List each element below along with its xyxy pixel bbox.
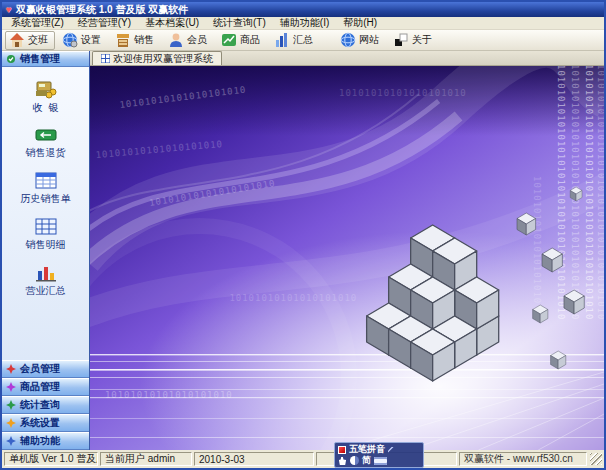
app-window: ♥ 双赢收银管理系统 1.0 普及版 双赢软件 系统管理(Z) 经营管理(Y) … <box>0 0 606 470</box>
sidebar-item-sales-return[interactable]: 销售退货 <box>2 121 89 166</box>
goods-group-icon <box>6 382 16 392</box>
history-orders-icon <box>34 171 58 190</box>
menu-archives[interactable]: 基本档案(U) <box>138 16 206 30</box>
sidebar-item-sales-detail[interactable]: 销售明细 <box>2 212 89 258</box>
about-icon <box>393 32 409 48</box>
statusbar: 单机版 Ver 1.0 普及版 当前用户 admin 2010-3-03 双赢软… <box>2 450 604 468</box>
sidebar-item-list: 收 银 销售退货 历史销售单 销售明细 营业汇总 <box>2 67 89 360</box>
desktop-canvas: 10101010101010101010 1010101010101010101… <box>90 66 604 450</box>
settings-group-icon <box>6 418 16 428</box>
menubar: 系统管理(Z) 经营管理(Y) 基本档案(U) 统计查询(T) 辅助功能(I) … <box>2 17 604 30</box>
sidebar-group-goods[interactable]: 商品管理 <box>2 378 89 396</box>
app-heart-icon: ♥ <box>6 5 12 15</box>
wallpaper-art: 10101010101010101010 1010101010101010101… <box>90 66 604 450</box>
menu-system[interactable]: 系统管理(Z) <box>4 16 71 30</box>
register-icon <box>115 32 131 48</box>
toolbar-website-button[interactable]: 网站 <box>336 31 386 50</box>
toolbar-goods-button[interactable]: 商品 <box>217 31 267 50</box>
ime-pen-icon[interactable] <box>388 447 394 453</box>
sidebar-group-sales[interactable]: 销售管理 <box>2 51 89 67</box>
tab-welcome[interactable]: 欢迎使用双赢管理系统 <box>92 51 222 65</box>
members-group-icon <box>6 364 16 374</box>
sales-detail-icon <box>34 217 58 236</box>
toolbar-summary-button[interactable]: 汇总 <box>270 31 320 50</box>
menu-auxiliary[interactable]: 辅助功能(I) <box>273 16 336 30</box>
chart-icon <box>274 32 290 48</box>
svg-text:101010101010101010101010101010: 1010101010101010101010101010101010101010 <box>596 66 604 320</box>
svg-text:10101010101010101010: 10101010101010101010 <box>105 390 233 400</box>
ime-hand-icon[interactable] <box>338 456 347 465</box>
toolbar-shift-button[interactable]: 交班 <box>5 31 55 50</box>
sidebar-group-settings[interactable]: 系统设置 <box>2 414 89 432</box>
status-date: 2010-3-03 <box>194 452 314 466</box>
sidebar: 销售管理 收 银 销售退货 历史销售单 销售明细 <box>2 51 90 450</box>
sales-return-icon <box>34 126 58 144</box>
window-body: 销售管理 收 银 销售退货 历史销售单 销售明细 <box>2 51 604 450</box>
member-icon <box>168 32 184 48</box>
sales-group-icon <box>6 54 16 64</box>
settings-globe-icon <box>62 32 78 48</box>
titlebar[interactable]: ♥ 双赢收银管理系统 1.0 普及版 双赢软件 <box>2 2 604 17</box>
svg-text:101010101010101010101010101010: 1010101010101010101010101010101010101010 <box>584 66 594 320</box>
sidebar-item-business-summary[interactable]: 营业汇总 <box>2 258 89 304</box>
toolbar-member-button[interactable]: 会员 <box>164 31 214 50</box>
svg-text:10101010101010101010: 10101010101010101010 <box>339 88 467 98</box>
cashier-icon <box>34 79 58 99</box>
ime-logo-icon[interactable] <box>338 446 346 454</box>
goods-icon <box>221 32 237 48</box>
menu-business[interactable]: 经营管理(Y) <box>71 16 138 30</box>
ime-toolbar[interactable]: 五笔拼音 简 <box>334 442 424 468</box>
sidebar-item-history-orders[interactable]: 历史销售单 <box>2 166 89 212</box>
main-area: 欢迎使用双赢管理系统 <box>90 51 604 450</box>
sidebar-group-auxiliary[interactable]: 辅助功能 <box>2 432 89 450</box>
globe-icon <box>340 32 356 48</box>
sidebar-group-members[interactable]: 会员管理 <box>2 360 89 378</box>
resize-grip[interactable] <box>590 453 602 465</box>
toolbar-about-button[interactable]: 关于 <box>389 31 439 50</box>
tabbar: 欢迎使用双赢管理系统 <box>90 51 604 66</box>
toolbar-settings-button[interactable]: 设置 <box>58 31 108 50</box>
svg-text:10101010101010101010: 10101010101010101010 <box>532 176 542 304</box>
ime-moon-icon[interactable] <box>350 456 359 465</box>
sidebar-item-cashier[interactable]: 收 银 <box>2 74 89 121</box>
window-title: 双赢收银管理系统 1.0 普及版 双赢软件 <box>16 3 188 17</box>
tab-grid-icon <box>101 54 110 63</box>
auxiliary-group-icon <box>6 436 16 446</box>
svg-text:101010101010101010101010101010: 1010101010101010101010101010101010101010 <box>556 66 566 320</box>
ime-simplified-toggle[interactable]: 简 <box>362 456 371 465</box>
sidebar-group-statistics[interactable]: 统计查询 <box>2 396 89 414</box>
business-summary-icon <box>34 263 58 282</box>
menu-help[interactable]: 帮助(H) <box>336 16 384 30</box>
menu-statistics[interactable]: 统计查询(T) <box>206 16 273 30</box>
statistics-group-icon <box>6 400 16 410</box>
status-current-user: 当前用户 admin <box>100 452 192 466</box>
toolbar-sales-button[interactable]: 销售 <box>111 31 161 50</box>
home-icon <box>9 32 25 48</box>
svg-text:10101010101010101010: 10101010101010101010 <box>229 293 357 303</box>
toolbar: 交班 设置 销售 会员 商品 汇总 网站 关于 <box>2 30 604 51</box>
status-edition: 单机版 Ver 1.0 普及版 <box>4 452 98 466</box>
ime-keyboard-icon[interactable] <box>374 457 387 465</box>
status-vendor: 双赢软件 - www.rf530.cn <box>459 452 587 466</box>
